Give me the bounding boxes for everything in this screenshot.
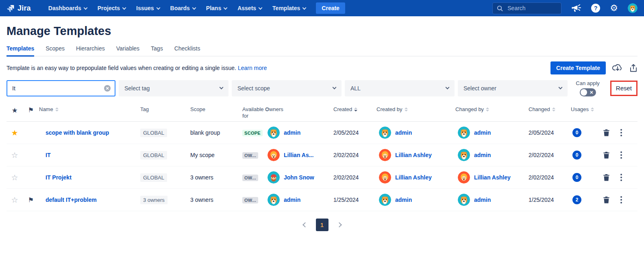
- scope-filter-select[interactable]: Select scope: [232, 80, 342, 96]
- cloud-download-icon[interactable]: [612, 63, 623, 72]
- row-menu-button[interactable]: [619, 195, 624, 205]
- menu-cell: [619, 150, 637, 160]
- scope-value: 3 owners: [190, 197, 213, 203]
- filter-selects: Select tagSelect scopeALLSelect owner: [119, 80, 568, 96]
- learn-more-link[interactable]: Learn more: [238, 65, 267, 71]
- col-header-name[interactable]: Name: [39, 106, 140, 113]
- col-header-usages[interactable]: Usages: [571, 106, 603, 113]
- user-link[interactable]: admin: [284, 129, 300, 136]
- changed-by-cell: admin: [455, 194, 529, 206]
- table-row: ☆IT ProjektGLOBAL3 ownersOW...John Snow2…: [7, 166, 637, 189]
- col-header-available[interactable]: Available for: [242, 106, 265, 120]
- user-link[interactable]: Lillian Ashley: [395, 152, 432, 158]
- tag-badge: GLOBAL: [140, 151, 167, 160]
- star-outline-icon[interactable]: ☆: [11, 195, 18, 205]
- megaphone-icon[interactable]: [571, 4, 581, 13]
- sort-icon: [55, 107, 59, 112]
- row-menu-button[interactable]: [619, 127, 624, 138]
- search-input[interactable]: [507, 4, 551, 12]
- export-icon[interactable]: [629, 63, 637, 72]
- template-name-link[interactable]: scope with blank group: [39, 129, 109, 136]
- chevron-down-icon: [302, 6, 307, 10]
- user-link[interactable]: admin: [474, 152, 491, 158]
- delete-button[interactable]: [603, 197, 609, 203]
- tab-hierarchies[interactable]: Hierarchies: [76, 43, 105, 57]
- create-button[interactable]: Create: [316, 2, 345, 14]
- nav-menu-boards[interactable]: Boards: [165, 0, 201, 16]
- flag-cell: ⚑: [23, 196, 39, 204]
- tag-filter-select[interactable]: Select tag: [119, 80, 228, 96]
- star-filled-icon[interactable]: ★: [11, 128, 18, 138]
- nav-menu-plans[interactable]: Plans: [201, 0, 232, 16]
- scope-cell: 3 owners: [190, 197, 242, 203]
- nav-menu-projects[interactable]: Projects: [92, 0, 131, 16]
- can-apply-toggle[interactable]: ✕: [580, 88, 596, 96]
- col-header-changed_by[interactable]: Changed by: [455, 106, 529, 113]
- template-name-link[interactable]: default IT+problem: [39, 197, 97, 203]
- gear-icon[interactable]: ⚙: [610, 4, 618, 13]
- template-name-link[interactable]: IT: [39, 152, 50, 158]
- user-link[interactable]: Lillian As...: [284, 152, 313, 158]
- row-menu-button[interactable]: [619, 150, 624, 160]
- user-link[interactable]: admin: [395, 129, 412, 136]
- user-link[interactable]: admin: [474, 197, 491, 203]
- nav-menu-dashboards[interactable]: Dashboards: [43, 0, 92, 16]
- prev-page-icon[interactable]: [302, 222, 308, 227]
- help-icon[interactable]: ?: [591, 4, 600, 13]
- user-link[interactable]: admin: [395, 197, 412, 203]
- user-link[interactable]: John Snow: [284, 174, 314, 181]
- star-cell: ☆: [7, 173, 23, 182]
- nav-menu-label: Projects: [98, 5, 120, 11]
- owner-filter-select[interactable]: Select owner: [458, 80, 568, 96]
- template-name-link[interactable]: IT Projekt: [39, 174, 72, 181]
- page-title: Manage Templates: [7, 24, 637, 38]
- row-menu-button[interactable]: [619, 172, 624, 183]
- nav-menu-issues[interactable]: Issues: [131, 0, 165, 16]
- nav-menu-templates[interactable]: Templates: [267, 0, 311, 16]
- clear-search-icon[interactable]: ✕: [104, 85, 111, 92]
- usages-badge: 0: [572, 173, 581, 182]
- tab-scopes[interactable]: Scopes: [46, 43, 65, 57]
- user-link[interactable]: admin: [474, 129, 491, 136]
- delete-button[interactable]: [603, 129, 609, 136]
- created-date: 2/02/2024: [333, 174, 359, 181]
- tab-templates[interactable]: Templates: [7, 43, 34, 57]
- col-header-created_by[interactable]: Created by: [376, 106, 455, 113]
- tab-variables[interactable]: Variables: [116, 43, 139, 57]
- name-cell: IT: [39, 152, 140, 158]
- star-outline-icon[interactable]: ☆: [11, 173, 18, 182]
- col-header-changed[interactable]: Changed: [529, 106, 571, 113]
- sort-icon: [486, 107, 489, 112]
- template-search-input[interactable]: [11, 85, 104, 92]
- next-page-icon[interactable]: [337, 222, 342, 227]
- global-search[interactable]: [492, 2, 561, 14]
- col-header-created[interactable]: Created: [333, 106, 376, 113]
- available-for-badge: SCOPE: [242, 130, 263, 136]
- create-template-button[interactable]: Create Template: [550, 61, 606, 74]
- user-avatar[interactable]: [628, 3, 637, 13]
- scope-cell: My scope: [190, 152, 242, 158]
- sort-icon: [552, 107, 555, 112]
- flag-icon[interactable]: ⚑: [28, 196, 34, 204]
- tab-tags[interactable]: Tags: [151, 43, 163, 57]
- reset-button[interactable]: Reset: [615, 85, 633, 92]
- star-outline-icon[interactable]: ☆: [11, 151, 18, 160]
- type-filter-select[interactable]: ALL: [345, 80, 455, 96]
- current-page-button[interactable]: 1: [316, 219, 329, 231]
- user-link[interactable]: admin: [284, 197, 300, 203]
- tab-checklists[interactable]: Checklists: [174, 43, 200, 57]
- user-link[interactable]: Lillian Ashley: [474, 174, 511, 181]
- delete-button[interactable]: [603, 152, 609, 159]
- usages-cell: 0: [571, 151, 603, 160]
- jira-logo[interactable]: Jira: [7, 4, 31, 13]
- template-search-field[interactable]: ✕: [7, 80, 115, 96]
- changed-by-cell: admin: [455, 149, 529, 161]
- sort-icon: [405, 107, 408, 112]
- delete-button[interactable]: [603, 174, 609, 181]
- chevron-down-icon: [224, 6, 228, 10]
- nav-menu-assets[interactable]: Assets: [232, 0, 267, 16]
- changed-cell: 2/02/2024: [529, 174, 571, 181]
- owners-cell: admin: [265, 194, 333, 206]
- select-value: Select owner: [463, 85, 496, 92]
- user-link[interactable]: Lillian Ashley: [395, 174, 432, 181]
